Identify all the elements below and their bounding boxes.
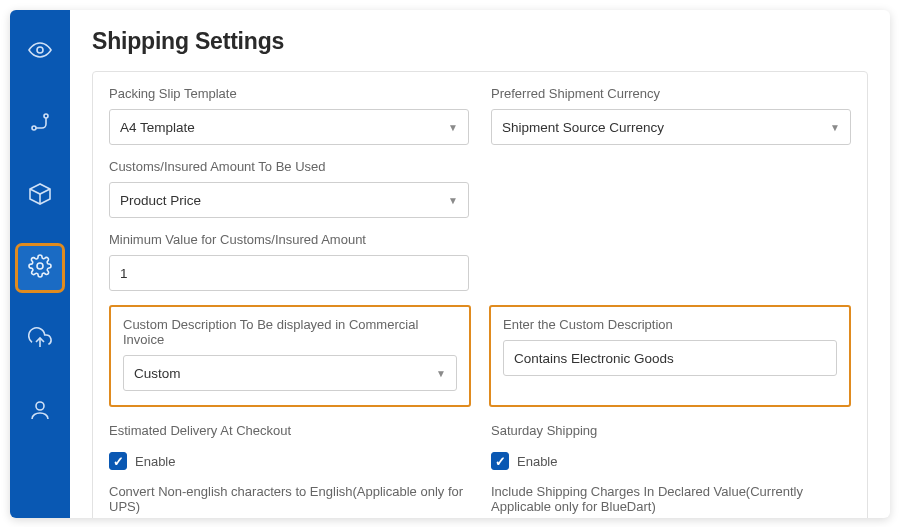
sidebar <box>10 10 70 518</box>
customs-amount-label: Customs/Insured Amount To Be Used <box>109 159 469 174</box>
svg-point-1 <box>32 126 36 130</box>
box-icon <box>28 182 52 210</box>
eye-icon <box>28 38 52 66</box>
svg-point-2 <box>44 114 48 118</box>
custom-desc-mode-label: Custom Description To Be displayed in Co… <box>123 317 457 347</box>
customs-amount-value: Product Price <box>120 193 201 208</box>
packing-slip-select[interactable]: A4 Template ▼ <box>109 109 469 145</box>
main-content: Shipping Settings Packing Slip Template … <box>70 10 890 518</box>
svg-point-3 <box>37 263 43 269</box>
preferred-currency-label: Preferred Shipment Currency <box>491 86 851 101</box>
svg-point-4 <box>36 402 44 410</box>
custom-desc-text-input[interactable] <box>514 351 826 366</box>
custom-desc-text-wrap[interactable] <box>503 340 837 376</box>
chevron-down-icon: ▼ <box>448 195 458 206</box>
custom-desc-text-box: Enter the Custom Description <box>489 305 851 407</box>
page-title: Shipping Settings <box>92 28 868 55</box>
custom-desc-mode-select[interactable]: Custom ▼ <box>123 355 457 391</box>
route-icon <box>28 110 52 138</box>
packing-slip-value: A4 Template <box>120 120 195 135</box>
preferred-currency-select[interactable]: Shipment Source Currency ▼ <box>491 109 851 145</box>
gear-icon <box>28 254 52 282</box>
user-icon <box>28 398 52 426</box>
custom-desc-mode-box: Custom Description To Be displayed in Co… <box>109 305 471 407</box>
svg-point-0 <box>37 47 43 53</box>
estimated-delivery-enable-label: Enable <box>135 454 175 469</box>
convert-non-english-label: Convert Non-english characters to Englis… <box>109 484 469 514</box>
cloud-upload-icon <box>28 326 52 354</box>
sidebar-item-packages[interactable] <box>18 174 62 218</box>
chevron-down-icon: ▼ <box>448 122 458 133</box>
sidebar-item-settings[interactable] <box>18 246 62 290</box>
saturday-shipping-label: Saturday Shipping <box>491 423 851 438</box>
custom-desc-text-label: Enter the Custom Description <box>503 317 837 332</box>
sidebar-item-shipping[interactable] <box>18 102 62 146</box>
min-value-input[interactable] <box>120 266 458 281</box>
sidebar-item-preview[interactable] <box>18 30 62 74</box>
chevron-down-icon: ▼ <box>830 122 840 133</box>
chevron-down-icon: ▼ <box>436 368 446 379</box>
include-charges-label: Include Shipping Charges In Declared Val… <box>491 484 851 514</box>
saturday-shipping-enable-label: Enable <box>517 454 557 469</box>
estimated-delivery-checkbox[interactable] <box>109 452 127 470</box>
min-value-label: Minimum Value for Customs/Insured Amount <box>109 232 469 247</box>
custom-desc-mode-value: Custom <box>134 366 181 381</box>
saturday-shipping-checkbox[interactable] <box>491 452 509 470</box>
customs-amount-select[interactable]: Product Price ▼ <box>109 182 469 218</box>
min-value-input-wrap[interactable] <box>109 255 469 291</box>
sidebar-item-account[interactable] <box>18 390 62 434</box>
app-frame: Shipping Settings Packing Slip Template … <box>10 10 890 518</box>
packing-slip-label: Packing Slip Template <box>109 86 469 101</box>
sidebar-item-upload[interactable] <box>18 318 62 362</box>
preferred-currency-value: Shipment Source Currency <box>502 120 664 135</box>
settings-panel: Packing Slip Template A4 Template ▼ Pref… <box>92 71 868 518</box>
estimated-delivery-label: Estimated Delivery At Checkout <box>109 423 469 438</box>
